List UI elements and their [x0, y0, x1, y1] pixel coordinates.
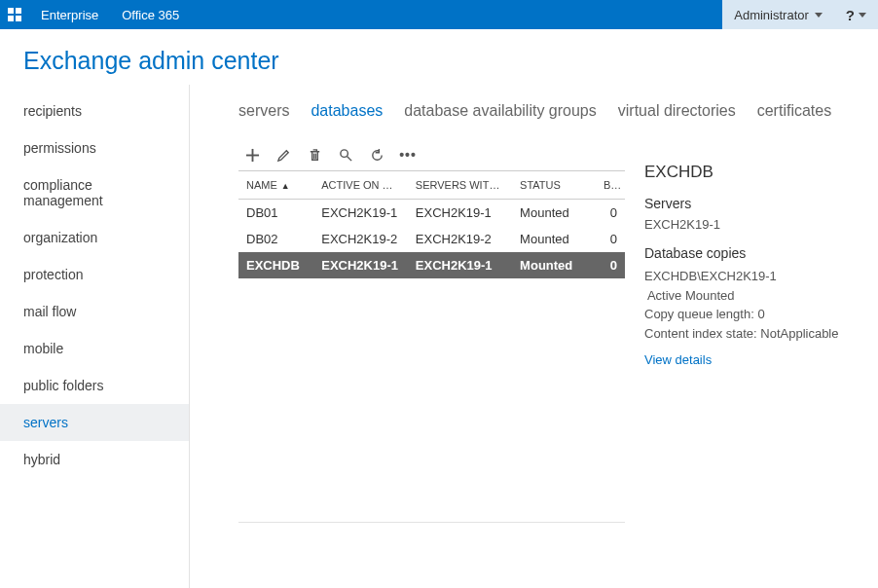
svg-rect-1 — [16, 8, 21, 14]
add-button[interactable] — [244, 147, 260, 163]
sidebar-item-mobile[interactable]: mobile — [0, 330, 189, 367]
table-row[interactable]: EXCHDB EXCH2K19-1 EXCH2K19-1 Mounted 0 — [238, 252, 625, 278]
col-header-active[interactable]: ACTIVE ON SE... — [313, 171, 408, 200]
col-header-name[interactable]: NAME▲ — [238, 171, 313, 200]
view-details-link[interactable]: View details — [644, 352, 712, 367]
user-menu[interactable]: Administrator — [722, 0, 834, 29]
refresh-button[interactable] — [369, 147, 384, 163]
svg-rect-0 — [8, 8, 14, 14]
details-copy-queue: Copy queue length: 0 — [644, 305, 859, 324]
sidebar-item-organization[interactable]: organization — [0, 219, 189, 256]
svg-rect-2 — [8, 16, 14, 21]
svg-rect-3 — [16, 16, 21, 21]
tab-certificates[interactable]: certificates — [757, 102, 831, 120]
help-menu[interactable]: ? — [834, 0, 878, 29]
table-row[interactable]: DB01 EXCH2K19-1 EXCH2K19-1 Mounted 0 — [238, 200, 625, 227]
details-index-state: Content index state: NotApplicable — [644, 324, 859, 344]
databases-table: NAME▲ ACTIVE ON SE... SERVERS WITH C... … — [238, 170, 625, 278]
topbar: Enterprise Office 365 Administrator ? — [0, 0, 878, 29]
sidebar-item-recipients[interactable]: recipients — [0, 92, 189, 129]
details-pane: EXCHDB Servers EXCH2K19-1 Database copie… — [644, 145, 868, 523]
sort-asc-icon: ▲ — [281, 181, 290, 191]
table-row[interactable]: DB02 EXCH2K19-2 EXCH2K19-2 Mounted 0 — [238, 226, 625, 252]
svg-point-8 — [340, 149, 348, 157]
top-tab-office365[interactable]: Office 365 — [110, 0, 191, 29]
details-copy-status: Active Mounted — [644, 286, 859, 306]
sidebar-item-mail-flow[interactable]: mail flow — [0, 293, 189, 330]
toolbar: ••• — [238, 145, 625, 170]
sidebar-item-public-folders[interactable]: public folders — [0, 367, 189, 404]
user-label: Administrator — [734, 8, 809, 22]
delete-button[interactable] — [307, 147, 322, 163]
edit-button[interactable] — [275, 147, 291, 163]
table-bottom-border — [238, 522, 625, 523]
details-servers-heading: Servers — [644, 196, 859, 211]
office-logo-icon[interactable] — [0, 0, 29, 29]
details-title: EXCHDB — [644, 163, 859, 182]
sidebar-item-servers[interactable]: servers — [0, 404, 189, 441]
sidebar-item-permissions[interactable]: permissions — [0, 129, 189, 166]
details-servers-value: EXCH2K19-1 — [644, 217, 859, 232]
table-header-row: NAME▲ ACTIVE ON SE... SERVERS WITH C... … — [238, 171, 625, 200]
sidebar-item-protection[interactable]: protection — [0, 256, 189, 293]
tab-dag[interactable]: database availability groups — [404, 102, 596, 120]
tab-servers[interactable]: servers — [238, 102, 289, 120]
tab-virtual-directories[interactable]: virtual directories — [618, 102, 736, 120]
topbar-spacer — [191, 0, 722, 29]
more-button[interactable]: ••• — [400, 147, 416, 163]
details-copies-heading: Database copies — [644, 245, 859, 261]
sidebar: recipients permissions compliance manage… — [0, 85, 190, 588]
sidebar-item-compliance-management[interactable]: compliance management — [0, 166, 189, 219]
chevron-down-icon — [859, 13, 866, 18]
tab-databases[interactable]: databases — [311, 102, 383, 120]
help-label: ? — [846, 7, 855, 23]
top-tab-enterprise[interactable]: Enterprise — [29, 0, 110, 29]
col-header-status[interactable]: STATUS — [512, 171, 596, 200]
main: servers databases database availability … — [190, 85, 878, 588]
chevron-down-icon — [815, 13, 823, 18]
col-header-servers[interactable]: SERVERS WITH C... — [408, 171, 512, 200]
subtabs: servers databases database availability … — [238, 85, 868, 145]
search-button[interactable] — [338, 147, 353, 163]
col-header-b[interactable]: B... — [596, 171, 625, 200]
details-copy-path: EXCHDB\EXCH2K19-1 — [644, 267, 859, 286]
sidebar-item-hybrid[interactable]: hybrid — [0, 441, 189, 478]
svg-line-9 — [347, 156, 351, 161]
page-title: Exchange admin center — [0, 29, 878, 85]
